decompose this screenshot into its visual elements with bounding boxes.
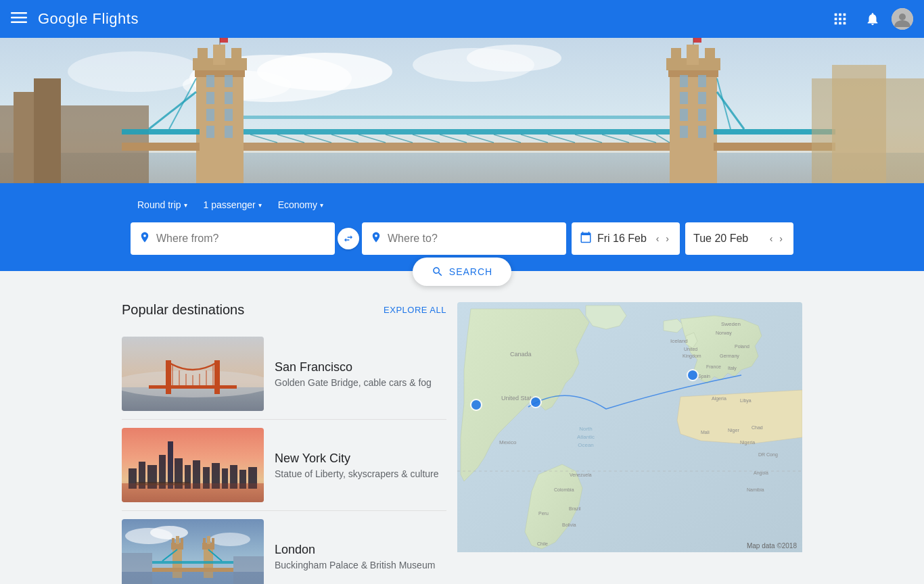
destinations-section: Popular destinations EXPLORE ALL xyxy=(122,302,446,584)
svg-rect-28 xyxy=(198,48,208,65)
departure-date-nav: ‹ › xyxy=(653,232,672,245)
svg-rect-134 xyxy=(152,561,233,564)
svg-text:Brazil: Brazil xyxy=(569,506,581,511)
cabin-class-button[interactable]: Economy ▾ xyxy=(271,195,330,214)
header-left: Google Flights xyxy=(11,9,139,29)
svg-rect-127 xyxy=(176,536,179,544)
svg-rect-128 xyxy=(181,538,183,545)
svg-point-13 xyxy=(899,14,906,20)
svg-rect-46 xyxy=(671,48,681,65)
where-to-input[interactable] xyxy=(388,233,558,245)
where-to-field[interactable] xyxy=(362,222,566,255)
search-button[interactable]: SEARCH xyxy=(413,258,511,286)
svg-rect-6 xyxy=(835,18,837,20)
svg-rect-52 xyxy=(698,92,706,104)
svg-rect-32 xyxy=(225,75,233,87)
svg-rect-1 xyxy=(11,16,27,18)
search-options-bar: Round trip ▾ 1 passenger ▾ Economy ▾ xyxy=(131,195,793,214)
passengers-button[interactable]: 1 passenger ▾ xyxy=(197,195,269,214)
return-date-next-button[interactable]: › xyxy=(777,232,785,245)
san-francisco-image xyxy=(122,337,264,411)
svg-rect-83 xyxy=(220,38,228,43)
svg-rect-31 xyxy=(206,75,214,87)
san-francisco-desc: Golden Gate Bridge, cable cars & fog xyxy=(275,377,446,388)
svg-rect-38 xyxy=(225,126,233,138)
user-avatar[interactable] xyxy=(892,8,913,30)
svg-rect-8 xyxy=(844,18,846,20)
notifications-icon[interactable] xyxy=(859,5,886,32)
svg-text:DR Cong: DR Cong xyxy=(758,452,778,458)
return-date-nav: ‹ › xyxy=(767,232,785,245)
departure-date-field[interactable]: Fri 16 Feb ‹ › xyxy=(572,222,680,255)
svg-text:Venezuela: Venezuela xyxy=(570,472,592,477)
svg-text:Ocean: Ocean xyxy=(578,442,594,448)
svg-point-122 xyxy=(210,533,250,546)
london-info: London Buckingham Palace & British Museu… xyxy=(275,543,446,570)
map-container[interactable]: Canada United States Mexico North Atlant… xyxy=(457,302,802,552)
where-from-input[interactable] xyxy=(156,233,327,245)
departure-date-text: Fri 16 Feb xyxy=(597,233,648,245)
svg-rect-64 xyxy=(244,143,670,151)
svg-text:Spain: Spain xyxy=(698,374,710,379)
destination-card-san-francisco[interactable]: San Francisco Golden Gate Bridge, cable … xyxy=(122,328,446,420)
svg-rect-62 xyxy=(832,65,886,183)
search-button-wrap: SEARCH xyxy=(0,258,924,286)
search-button-label: SEARCH xyxy=(449,266,492,277)
svg-rect-47 xyxy=(687,45,699,65)
departure-date-prev-button[interactable]: ‹ xyxy=(653,232,662,245)
svg-rect-56 xyxy=(698,126,706,138)
svg-point-172 xyxy=(471,399,482,410)
return-date-field[interactable]: Tue 20 Feb ‹ › xyxy=(685,222,793,255)
main-header: Google Flights xyxy=(0,0,924,38)
svg-text:Colombia: Colombia xyxy=(554,487,574,492)
london-desc: Buckingham Palace & British Museum xyxy=(275,560,446,570)
svg-rect-36 xyxy=(225,109,233,121)
trip-type-chevron-icon: ▾ xyxy=(184,201,187,209)
logo-google: Google xyxy=(38,10,88,27)
svg-text:Mali: Mali xyxy=(701,430,710,435)
where-from-field[interactable] xyxy=(131,222,335,255)
trip-type-button[interactable]: Round trip ▾ xyxy=(131,195,194,214)
return-date-prev-button[interactable]: ‹ xyxy=(767,232,776,245)
departure-date-next-button[interactable]: › xyxy=(663,232,672,245)
svg-rect-55 xyxy=(680,126,688,138)
svg-text:Peru: Peru xyxy=(538,511,549,516)
hamburger-menu-icon[interactable] xyxy=(11,9,27,29)
san-francisco-info: San Francisco Golden Gate Bridge, cable … xyxy=(275,360,446,388)
svg-point-19 xyxy=(467,45,561,72)
svg-rect-131 xyxy=(207,536,210,544)
hero-banner xyxy=(0,38,924,183)
svg-rect-63 xyxy=(244,129,670,135)
svg-text:Chad: Chad xyxy=(752,425,763,430)
svg-text:Bolivia: Bolivia xyxy=(562,522,576,527)
svg-rect-39 xyxy=(122,143,200,151)
swap-destinations-button[interactable] xyxy=(338,228,359,249)
popular-destinations-title: Popular destinations xyxy=(122,302,244,318)
svg-rect-5 xyxy=(844,14,846,16)
return-date-text: Tue 20 Feb xyxy=(693,233,762,245)
svg-rect-33 xyxy=(206,92,214,104)
london-name: London xyxy=(275,543,446,557)
destination-card-london[interactable]: London Buckingham Palace & British Museu… xyxy=(122,511,446,584)
map-attribution: Map data ©2018 xyxy=(747,542,797,550)
svg-text:Iceland: Iceland xyxy=(670,338,688,344)
svg-rect-29 xyxy=(213,45,225,65)
svg-rect-3 xyxy=(835,14,837,16)
svg-rect-132 xyxy=(212,538,214,545)
svg-rect-106 xyxy=(168,441,173,489)
svg-text:Algeria: Algeria xyxy=(712,396,726,402)
explore-all-link[interactable]: EXPLORE ALL xyxy=(384,305,446,315)
svg-rect-30 xyxy=(231,48,241,65)
svg-rect-51 xyxy=(680,92,688,104)
destination-card-nyc[interactable]: New York City Statue of Liberty, skyscra… xyxy=(122,420,446,511)
svg-rect-34 xyxy=(225,92,233,104)
svg-rect-81 xyxy=(244,116,670,119)
london-image xyxy=(122,519,264,584)
grid-icon[interactable] xyxy=(827,5,854,32)
svg-rect-85 xyxy=(693,38,701,43)
cabin-chevron-icon: ▾ xyxy=(320,201,323,209)
svg-rect-99 xyxy=(122,337,264,411)
svg-text:Mexico: Mexico xyxy=(499,439,517,445)
svg-text:Namibia: Namibia xyxy=(747,487,764,492)
svg-text:Canada: Canada xyxy=(510,351,532,358)
